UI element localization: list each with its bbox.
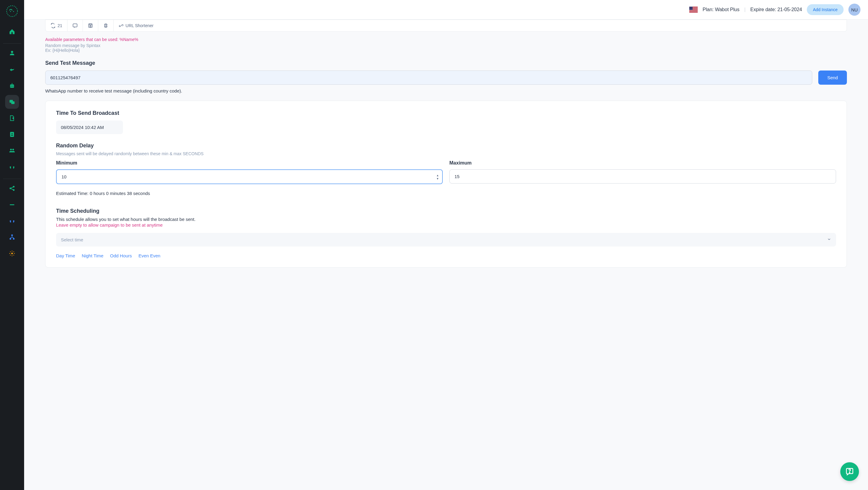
time-select[interactable]: Select time [56,233,836,246]
url-shortener-label: URL Shortener [126,23,154,28]
minimum-label: Minimum [56,160,443,166]
random-delay-subtitle: Messages sent will be delayed randomly b… [56,151,836,156]
header-divider: | [744,7,745,12]
spintax-hint1: Random message by Spintax [45,43,847,48]
svg-point-0 [7,6,18,17]
sidebar-export[interactable] [5,111,19,125]
svg-point-26 [105,25,107,27]
svg-rect-10 [10,132,14,137]
svg-point-3 [11,51,13,53]
sidebar-plugin[interactable] [5,160,19,174]
sidebar-group[interactable] [5,144,19,158]
minimum-input[interactable] [56,170,443,184]
sidebar-chat[interactable] [5,95,19,109]
toolbar-ai-icon[interactable] [98,20,114,31]
svg-point-25 [90,26,91,27]
sidebar-item-dash[interactable] [5,198,19,212]
svg-point-18 [11,235,13,236]
time-select-placeholder: Select time [61,237,83,242]
svg-point-27 [849,472,850,473]
svg-point-13 [12,149,14,151]
params-hint: Available parameters that can be used: %… [45,37,847,42]
help-fab[interactable] [840,462,859,481]
svg-point-11 [11,133,13,134]
sidebar-flow[interactable] [5,230,19,244]
user-avatar[interactable]: NU [848,4,861,16]
random-delay-title: Random Delay [56,143,836,149]
sidebar-reply[interactable] [5,62,19,76]
toolbar-count: 21 [58,23,62,28]
test-phone-input[interactable] [45,70,812,85]
test-help-text: WhatsApp number to receive test message … [45,88,847,93]
scheduling-desc: This schedule allows you to set what hou… [56,217,836,222]
expire-label: Expire date: 21-05-2024 [750,7,802,12]
odd-hours-link[interactable]: Odd Hours [110,253,132,258]
add-instance-button[interactable]: Add Instance [807,4,844,15]
even-even-link[interactable]: Even Even [138,253,161,258]
sidebar-divider [3,43,21,44]
svg-rect-7 [12,83,12,85]
svg-point-5 [11,86,12,87]
toolbar-save-icon[interactable] [83,20,98,31]
svg-rect-4 [10,84,14,88]
plan-label: Plan: Wabot Plus [703,7,739,12]
toolbar-chat-icon[interactable] [67,20,83,31]
maximum-label: Maximum [450,160,836,166]
day-time-link[interactable]: Day Time [56,253,75,258]
sidebar-share[interactable] [5,181,19,195]
locale-flag-icon[interactable] [689,7,698,13]
svg-point-2 [13,11,14,12]
svg-rect-9 [11,101,14,104]
broadcast-time-title: Time To Send Broadcast [56,110,836,116]
svg-rect-22 [73,24,77,27]
svg-point-6 [12,86,13,87]
sidebar-settings[interactable] [5,246,19,261]
scheduling-warning: Leave empty to allow campaign to be sent… [56,222,836,227]
sidebar-contacts[interactable] [5,46,19,60]
toolbar-sync[interactable]: 21 [45,20,67,31]
scheduling-title: Time Scheduling [56,208,836,214]
svg-point-21 [11,252,13,254]
test-message-title: Send Test Message [45,60,847,66]
night-time-link[interactable]: Night Time [82,253,103,258]
svg-point-1 [10,11,11,12]
sidebar-bot[interactable] [5,79,19,93]
send-button[interactable]: Send [818,70,847,85]
svg-point-19 [10,238,11,240]
svg-point-20 [13,238,15,240]
toolbar-url-shortener[interactable]: URL Shortener [114,20,158,31]
sidebar-integration[interactable] [5,214,19,228]
sidebar-divider [3,179,21,179]
min-step-up[interactable]: ▲ [435,174,440,177]
svg-point-12 [10,149,12,151]
estimated-time: Estimated Time: 0 hours 0 minutes 38 sec… [56,191,836,196]
sidebar-addressbook[interactable] [5,127,19,141]
spintax-hint2: Ex: {Hi|Hello|Hola} [45,48,847,53]
min-step-down[interactable]: ▼ [435,177,440,180]
app-logo [5,4,19,18]
sidebar-home[interactable] [5,25,19,38]
chevron-down-icon [827,237,831,242]
svg-rect-24 [90,24,91,25]
svg-rect-17 [10,204,14,205]
broadcast-time-input[interactable] [56,121,123,134]
maximum-input[interactable] [450,170,836,184]
